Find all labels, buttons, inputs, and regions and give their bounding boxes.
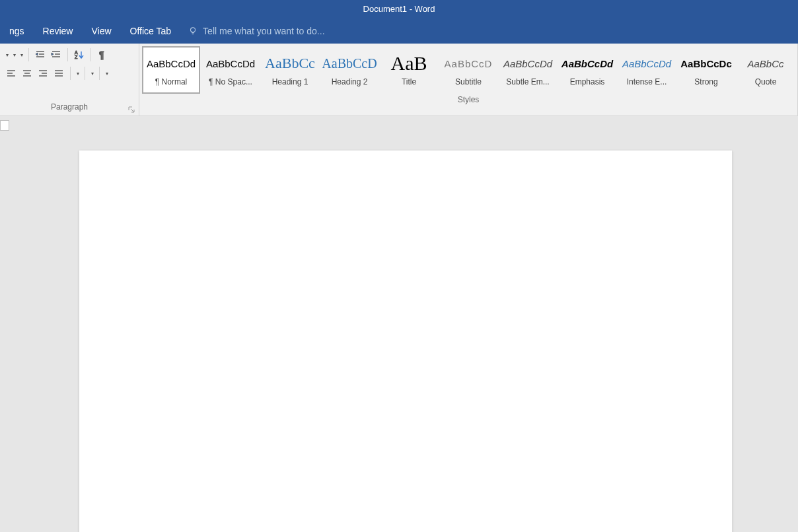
ribbon: ▾ 123▾ ▾ AZ ¶ ▾: [0, 44, 798, 116]
document-area: [0, 131, 798, 532]
svg-text:A: A: [75, 50, 78, 55]
svg-text:Z: Z: [75, 55, 78, 59]
align-left-button[interactable]: [4, 66, 18, 81]
tab-partial-ngs[interactable]: ngs: [0, 18, 34, 44]
group-paragraph: ▾ 123▾ ▾ AZ ¶ ▾: [0, 44, 139, 116]
paragraph-dialog-launcher[interactable]: [127, 105, 136, 114]
style-quote[interactable]: AaBbCc Quote: [737, 46, 795, 94]
style-emphasis[interactable]: AaBbCcDd Emphasis: [558, 46, 616, 94]
line-spacing-button[interactable]: ▾: [75, 71, 81, 77]
style-intense-emphasis[interactable]: AaBbCcDd Intense E...: [618, 46, 676, 94]
title-bar: Document1 - Word: [0, 0, 798, 18]
style-title[interactable]: AaB Title: [380, 46, 438, 94]
shading-button[interactable]: ▾: [89, 71, 95, 77]
increase-indent-button[interactable]: [49, 48, 63, 62]
tell-me-search[interactable]: Tell me what you want to do...: [188, 26, 324, 36]
style-subtle-emphasis[interactable]: AaBbCcDd Subtle Em...: [499, 46, 557, 94]
multilevel-list-button[interactable]: ▾: [18, 52, 24, 58]
svg-point-0: [191, 27, 196, 32]
document-title: Document1 - Word: [363, 4, 435, 14]
page-canvas[interactable]: [79, 150, 732, 532]
style-heading-1[interactable]: AaBbCc Heading 1: [261, 46, 319, 94]
show-hide-paragraph-button[interactable]: ¶: [95, 48, 110, 62]
tell-me-placeholder: Tell me what you want to do...: [203, 26, 324, 36]
style-subtitle[interactable]: AaBbCcD Subtitle: [439, 46, 497, 94]
tab-view[interactable]: View: [82, 18, 120, 44]
justify-button[interactable]: [52, 66, 66, 81]
style-normal[interactable]: AaBbCcDd ¶ Normal: [142, 46, 200, 94]
svg-text:¶: ¶: [99, 50, 104, 60]
ruler-corner[interactable]: [0, 120, 9, 131]
lightbulb-icon: [188, 26, 198, 36]
ruler: [0, 116, 798, 131]
sort-button[interactable]: AZ: [72, 48, 87, 62]
style-heading-2[interactable]: AaBbCcD Heading 2: [320, 46, 379, 94]
borders-button[interactable]: ▾: [104, 71, 110, 77]
numbering-button[interactable]: 123▾: [11, 52, 17, 58]
group-label-styles: Styles: [139, 94, 797, 108]
group-label-paragraph: Paragraph: [0, 101, 139, 116]
bullets-button[interactable]: ▾: [4, 52, 10, 58]
group-styles: AaBbCcDd ¶ Normal AaBbCcDd ¶ No Spac... …: [139, 44, 798, 116]
tab-office-tab[interactable]: Office Tab: [121, 18, 181, 44]
decrease-indent-button[interactable]: [33, 48, 48, 62]
align-center-button[interactable]: [20, 66, 34, 81]
align-right-button[interactable]: [36, 66, 50, 81]
ribbon-tabs: ngs Review View Office Tab Tell me what …: [0, 18, 798, 44]
tab-review[interactable]: Review: [34, 18, 83, 44]
style-strong[interactable]: AaBbCcDc Strong: [677, 46, 735, 94]
style-no-spacing[interactable]: AaBbCcDd ¶ No Spac...: [201, 46, 260, 94]
